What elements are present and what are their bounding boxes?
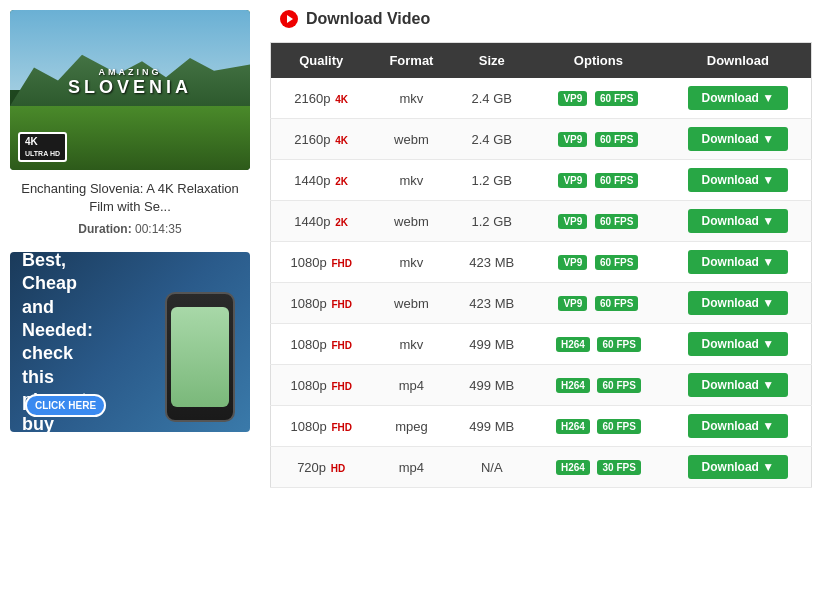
codec-badge: H264 (556, 460, 590, 475)
table-row: 2160p 4K webm 2.4 GB VP9 60 FPS Download… (271, 119, 812, 160)
cell-quality: 720p HD (271, 447, 372, 488)
codec-badge: VP9 (558, 296, 587, 311)
download-button[interactable]: Download ▼ (688, 414, 789, 438)
codec-badge: VP9 (558, 214, 587, 229)
cell-size: 1.2 GB (451, 160, 532, 201)
col-download: Download (665, 43, 812, 79)
table-row: 2160p 4K mkv 2.4 GB VP9 60 FPS Download … (271, 78, 812, 119)
cell-format: mpeg (371, 406, 451, 447)
codec-badge: VP9 (558, 173, 587, 188)
cell-size: 2.4 GB (451, 78, 532, 119)
codec-badge: VP9 (558, 132, 587, 147)
table-row: 1080p FHD mpeg 499 MB H264 60 FPS Downlo… (271, 406, 812, 447)
fps-badge: 60 FPS (595, 214, 638, 229)
download-button[interactable]: Download ▼ (688, 250, 789, 274)
thumbnail-subtitle: AMAZING (68, 67, 192, 77)
cell-format: webm (371, 119, 451, 160)
fps-badge: 60 FPS (595, 173, 638, 188)
download-button[interactable]: Download ▼ (688, 332, 789, 356)
cell-options: VP9 60 FPS (532, 160, 665, 201)
cell-quality: 1440p 2K (271, 201, 372, 242)
cell-size: 1.2 GB (451, 201, 532, 242)
duration-label: Duration: (78, 222, 131, 236)
table-header-row: Quality Format Size Options Download (271, 43, 812, 79)
cell-size: 2.4 GB (451, 119, 532, 160)
fps-badge: 60 FPS (595, 91, 638, 106)
cell-quality: 1080p FHD (271, 242, 372, 283)
cell-format: webm (371, 201, 451, 242)
cell-options: H264 60 FPS (532, 324, 665, 365)
cell-download[interactable]: Download ▼ (665, 283, 812, 324)
ad-line5: check (22, 343, 73, 363)
download-header: Download Video (270, 10, 812, 28)
cell-download[interactable]: Download ▼ (665, 78, 812, 119)
cell-download[interactable]: Download ▼ (665, 406, 812, 447)
cell-download[interactable]: Download ▼ (665, 119, 812, 160)
cell-format: webm (371, 283, 451, 324)
col-format: Format (371, 43, 451, 79)
quality-badge: 4K (333, 94, 349, 105)
cell-quality: 2160p 4K (271, 78, 372, 119)
cell-quality: 1080p FHD (271, 365, 372, 406)
ad-line3: and (22, 297, 54, 317)
cell-download[interactable]: Download ▼ (665, 201, 812, 242)
fps-badge: 60 FPS (595, 255, 638, 270)
ad-line1: Best, (22, 252, 66, 269)
cell-options: H264 60 FPS (532, 365, 665, 406)
quality-badge: FHD (329, 422, 352, 433)
cell-size: 423 MB (451, 283, 532, 324)
cell-format: mkv (371, 242, 451, 283)
download-button[interactable]: Download ▼ (688, 86, 789, 110)
cell-options: H264 30 FPS (532, 447, 665, 488)
download-button[interactable]: Download ▼ (688, 168, 789, 192)
cell-format: mkv (371, 324, 451, 365)
thumbnail-main-title: SLOVENIA (68, 77, 192, 98)
download-button[interactable]: Download ▼ (688, 291, 789, 315)
col-options: Options (532, 43, 665, 79)
fps-badge: 60 FPS (595, 296, 638, 311)
cell-size: N/A (451, 447, 532, 488)
codec-badge: H264 (556, 378, 590, 393)
ad-line4: Needed: (22, 320, 93, 340)
download-title: Download Video (306, 10, 430, 28)
codec-badge: H264 (556, 419, 590, 434)
table-row: 1080p FHD mkv 423 MB VP9 60 FPS Download… (271, 242, 812, 283)
col-quality: Quality (271, 43, 372, 79)
ad-banner[interactable]: Best, Cheap and Needed: check this phone… (10, 252, 250, 432)
download-button[interactable]: Download ▼ (688, 127, 789, 151)
cell-download[interactable]: Download ▼ (665, 365, 812, 406)
cell-options: VP9 60 FPS (532, 119, 665, 160)
cell-download[interactable]: Download ▼ (665, 324, 812, 365)
fps-badge: 60 FPS (595, 132, 638, 147)
right-panel: Download Video Quality Format Size Optio… (270, 10, 812, 587)
ad-line6: this (22, 367, 54, 387)
cell-size: 423 MB (451, 242, 532, 283)
cell-options: VP9 60 FPS (532, 78, 665, 119)
download-button[interactable]: Download ▼ (688, 455, 789, 479)
table-row: 720p HD mp4 N/A H264 30 FPS Download ▼ (271, 447, 812, 488)
cell-download[interactable]: Download ▼ (665, 447, 812, 488)
cell-quality: 1080p FHD (271, 406, 372, 447)
col-size: Size (451, 43, 532, 79)
quality-badge: FHD (329, 299, 352, 310)
fps-badge: 60 FPS (597, 419, 640, 434)
cell-quality: 2160p 4K (271, 119, 372, 160)
codec-badge: H264 (556, 337, 590, 352)
table-row: 1080p FHD mp4 499 MB H264 60 FPS Downloa… (271, 365, 812, 406)
download-button[interactable]: Download ▼ (688, 373, 789, 397)
cell-quality: 1080p FHD (271, 324, 372, 365)
badge-4k-ultrahd: 4KULTRA HD (18, 132, 67, 162)
cell-download[interactable]: Download ▼ (665, 242, 812, 283)
cell-download[interactable]: Download ▼ (665, 160, 812, 201)
cell-quality: 1440p 2K (271, 160, 372, 201)
ad-click-button[interactable]: CLICK HERE (25, 394, 106, 417)
table-row: 1440p 2K webm 1.2 GB VP9 60 FPS Download… (271, 201, 812, 242)
codec-badge: VP9 (558, 91, 587, 106)
cell-size: 499 MB (451, 406, 532, 447)
cell-options: VP9 60 FPS (532, 242, 665, 283)
cell-format: mkv (371, 78, 451, 119)
download-button[interactable]: Download ▼ (688, 209, 789, 233)
video-title: Enchanting Slovenia: A 4K Relaxation Fil… (10, 180, 250, 216)
ad-line2: Cheap (22, 273, 77, 293)
video-duration: Duration: 00:14:35 (10, 222, 250, 236)
